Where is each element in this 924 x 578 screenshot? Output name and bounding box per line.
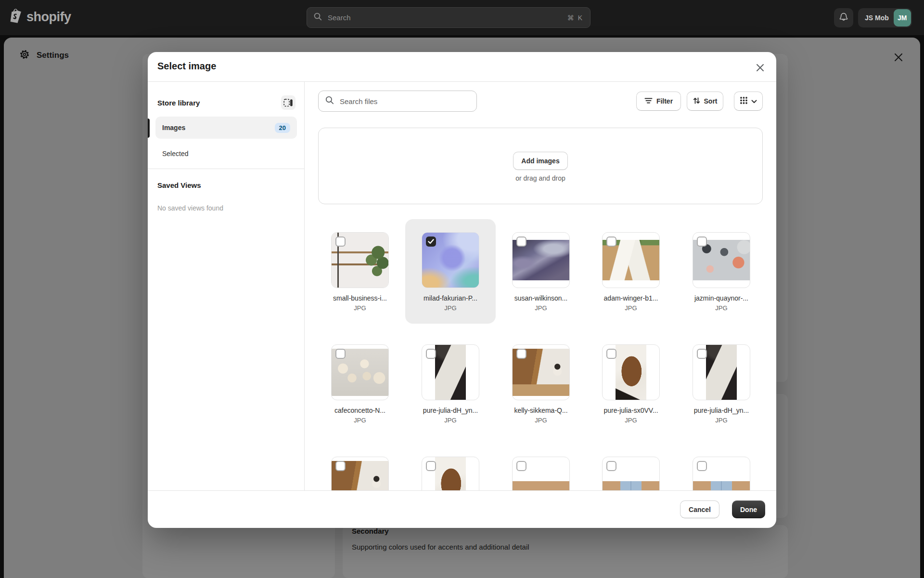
filter-icon bbox=[644, 97, 653, 105]
file-type: JPG bbox=[586, 304, 676, 312]
file-checkbox-checked[interactable] bbox=[426, 236, 436, 247]
close-icon[interactable] bbox=[754, 62, 766, 73]
file-tile[interactable]: pure-julia-sx0VV... JPG bbox=[586, 331, 676, 436]
file-tile[interactable] bbox=[496, 444, 586, 490]
search-icon bbox=[325, 96, 334, 106]
file-thumbnail bbox=[331, 344, 389, 400]
saved-views-empty-text: No saved views found bbox=[157, 204, 223, 212]
file-name: pure-julia-dH_yn... bbox=[676, 407, 767, 414]
dropzone-hint: or drag and drop bbox=[319, 174, 762, 182]
file-search-bar[interactable] bbox=[318, 91, 477, 112]
sidebar-item-label: Selected bbox=[162, 150, 188, 158]
notifications-button[interactable] bbox=[834, 8, 853, 27]
file-thumbnail bbox=[693, 457, 750, 490]
modal-sidebar: Store library Images 20 Selected Saved V… bbox=[148, 82, 305, 490]
file-image bbox=[616, 345, 646, 400]
file-tile[interactable] bbox=[405, 444, 496, 490]
file-image bbox=[693, 481, 750, 490]
sidebar-item-selected[interactable]: Selected bbox=[155, 143, 297, 165]
file-checkbox[interactable] bbox=[426, 349, 436, 359]
bell-icon bbox=[839, 12, 848, 24]
file-type: JPG bbox=[315, 417, 405, 424]
file-type: JPG bbox=[405, 304, 496, 312]
done-button[interactable]: Done bbox=[732, 500, 765, 518]
file-checkbox[interactable] bbox=[335, 349, 346, 359]
modal-footer: Cancel Done bbox=[148, 490, 776, 528]
file-thumbnail bbox=[602, 344, 660, 400]
file-checkbox[interactable] bbox=[516, 461, 526, 471]
add-images-button[interactable]: Add images bbox=[513, 152, 567, 170]
collapse-panel-button[interactable] bbox=[281, 95, 295, 110]
file-tile-selected[interactable]: milad-fakurian-P... JPG bbox=[405, 219, 496, 324]
file-name: pure-julia-dH_yn... bbox=[405, 407, 496, 414]
saved-views-label: Saved Views bbox=[157, 181, 201, 189]
file-image bbox=[435, 345, 466, 400]
file-checkbox[interactable] bbox=[335, 236, 346, 247]
file-search-input[interactable] bbox=[339, 97, 470, 106]
active-item-indicator bbox=[148, 118, 150, 138]
search-icon bbox=[314, 13, 322, 23]
file-tile[interactable]: adam-winger-b1... JPG bbox=[586, 219, 676, 324]
search-shortcut-hint: ⌘ K bbox=[567, 14, 583, 22]
chevron-down-icon bbox=[751, 97, 757, 105]
file-thumbnail bbox=[331, 232, 389, 288]
file-tile[interactable] bbox=[586, 444, 676, 490]
modal-title: Select image bbox=[157, 61, 216, 72]
sidebar-divider bbox=[148, 169, 305, 169]
file-checkbox[interactable] bbox=[697, 461, 707, 471]
sort-button[interactable]: Sort bbox=[687, 92, 723, 111]
file-tile[interactable]: susan-wilkinson... JPG bbox=[496, 219, 586, 324]
file-tile[interactable]: cafeconcetto-N... JPG bbox=[315, 331, 405, 436]
global-search-input[interactable] bbox=[327, 13, 563, 22]
file-image bbox=[603, 481, 659, 490]
check-icon bbox=[428, 239, 434, 244]
user-menu[interactable]: JS Mob JM bbox=[858, 8, 912, 27]
file-name: adam-winger-b1... bbox=[586, 294, 676, 302]
file-image bbox=[435, 457, 466, 490]
avatar: JM bbox=[894, 9, 911, 26]
file-thumbnail bbox=[512, 457, 570, 490]
file-tile[interactable]: pure-julia-dH_yn... JPG bbox=[676, 331, 767, 436]
file-name: jazmin-quaynor-... bbox=[676, 294, 767, 302]
file-tile[interactable]: kelly-sikkema-Q... JPG bbox=[496, 331, 586, 436]
file-checkbox[interactable] bbox=[335, 461, 346, 471]
sidebar-item-images[interactable]: Images 20 bbox=[155, 117, 297, 139]
file-checkbox[interactable] bbox=[697, 349, 707, 359]
file-checkbox[interactable] bbox=[426, 461, 436, 471]
file-tile[interactable]: small-business-i... JPG bbox=[315, 219, 405, 324]
file-checkbox[interactable] bbox=[606, 461, 616, 471]
view-mode-button[interactable] bbox=[734, 92, 763, 111]
file-type: JPG bbox=[315, 304, 405, 312]
file-name: kelly-sikkema-Q... bbox=[496, 407, 586, 414]
file-checkbox[interactable] bbox=[516, 236, 526, 247]
sidebar-item-label: Images bbox=[162, 124, 185, 131]
file-type: JPG bbox=[496, 417, 586, 424]
file-checkbox[interactable] bbox=[516, 349, 526, 359]
shopify-logo[interactable]: shopify bbox=[9, 8, 71, 26]
file-name: pure-julia-sx0VV... bbox=[586, 407, 676, 414]
modal-content: Filter Sort Add images or drag and drop bbox=[305, 82, 776, 490]
file-thumbnail bbox=[422, 457, 479, 490]
file-thumbnail bbox=[422, 344, 479, 400]
file-thumbnail bbox=[602, 457, 660, 490]
file-name: milad-fakurian-P... bbox=[405, 294, 496, 302]
file-checkbox[interactable] bbox=[606, 236, 616, 247]
file-tile[interactable] bbox=[315, 444, 405, 490]
global-search-bar[interactable]: ⌘ K bbox=[307, 7, 590, 28]
filter-button[interactable]: Filter bbox=[636, 92, 681, 111]
file-tile[interactable] bbox=[676, 444, 767, 490]
file-tile[interactable]: jazmin-quaynor-... JPG bbox=[676, 219, 767, 324]
file-type: JPG bbox=[676, 304, 767, 312]
file-checkbox[interactable] bbox=[697, 236, 707, 247]
file-name: susan-wilkinson... bbox=[496, 294, 586, 302]
upload-dropzone[interactable]: Add images or drag and drop bbox=[318, 128, 763, 204]
images-count-badge: 20 bbox=[275, 123, 290, 133]
file-tile[interactable]: pure-julia-dH_yn... JPG bbox=[405, 331, 496, 436]
cancel-button[interactable]: Cancel bbox=[680, 500, 719, 518]
file-thumbnail bbox=[693, 344, 750, 400]
user-name: JS Mob bbox=[865, 14, 889, 22]
file-thumbnail bbox=[331, 457, 389, 490]
store-library-row: Store library bbox=[157, 95, 295, 110]
file-checkbox[interactable] bbox=[606, 349, 616, 359]
grid-view-icon bbox=[740, 96, 748, 106]
